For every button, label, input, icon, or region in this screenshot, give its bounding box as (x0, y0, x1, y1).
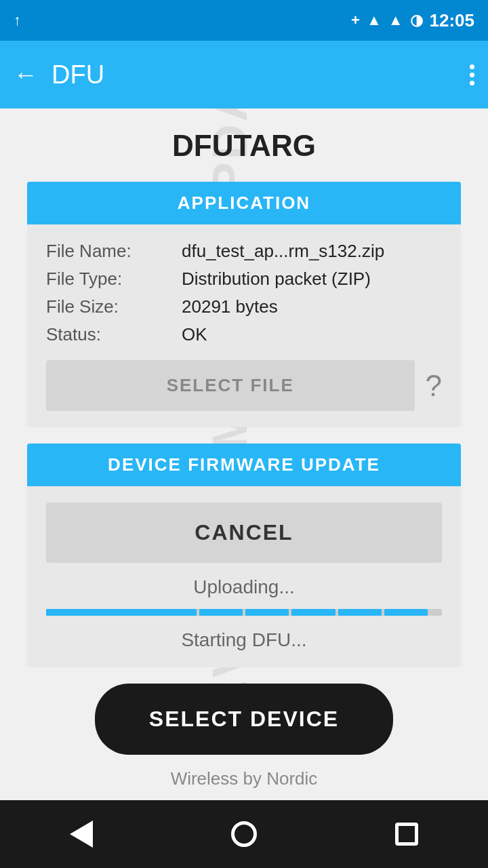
application-card-header: APPLICATION (27, 182, 461, 224)
file-name-label: File Name: (46, 241, 182, 262)
dfu-card-header: DEVICE FIRMWARE UPDATE (27, 443, 461, 486)
battery-icon: ◑ (410, 12, 423, 29)
select-file-button[interactable]: SELECT FILE (46, 360, 415, 411)
menu-dot-2 (470, 73, 474, 77)
file-type-row: File Type: Distribution packet (ZIP) (46, 269, 442, 290)
recents-square-icon (395, 823, 418, 846)
file-size-value: 20291 bytes (182, 296, 278, 317)
progress-seg-4 (291, 609, 335, 616)
status-value: OK (182, 324, 207, 345)
back-button[interactable]: ← (14, 60, 38, 89)
home-circle-icon (231, 821, 257, 847)
cancel-button[interactable]: CANCEL (46, 502, 442, 563)
time-display: 12:05 (430, 10, 475, 31)
progress-segments (46, 609, 442, 616)
nav-back-button[interactable] (54, 807, 108, 861)
back-arrow-icon: ← (14, 60, 38, 89)
starting-dfu-text: Starting DFU... (46, 629, 442, 651)
status-bar: ↑ + ▲ ▲ ◑ 12:05 (0, 0, 488, 41)
dfu-header-text: DEVICE FIRMWARE UPDATE (108, 454, 380, 475)
progress-seg-3 (245, 609, 289, 616)
progress-seg-6 (384, 609, 428, 616)
progress-bar (46, 609, 442, 616)
signal-icon: ▲ (367, 12, 382, 29)
main-content: DEVICE FIRMWARE UPDATE DFUTARG APPLICATI… (0, 108, 488, 800)
overflow-menu-button[interactable] (470, 64, 474, 85)
select-file-row: SELECT FILE ? (46, 360, 442, 411)
application-card-body: File Name: dfu_test_ap...rm_s132.zip Fil… (27, 224, 461, 427)
file-name-value: dfu_test_ap...rm_s132.zip (182, 241, 384, 262)
bottom-nav (0, 800, 488, 868)
footer-text: Wireless by Nordic (27, 768, 461, 789)
status-label: Status: (46, 324, 182, 345)
app-title: DFU (52, 60, 470, 90)
menu-dot-1 (470, 64, 474, 69)
back-triangle-icon (70, 821, 93, 848)
menu-dot-3 (470, 81, 474, 85)
application-header-text: APPLICATION (178, 193, 310, 213)
status-bar-left: ↑ (14, 12, 21, 29)
nav-recents-button[interactable] (380, 807, 434, 861)
bluetooth-icon: + (351, 12, 360, 29)
file-size-label: File Size: (46, 296, 182, 317)
file-type-label: File Type: (46, 269, 182, 290)
status-bar-right: + ▲ ▲ ◑ 12:05 (351, 10, 474, 31)
app-bar: ← DFU (0, 41, 488, 108)
signal2-icon: ▲ (388, 12, 403, 29)
application-card: APPLICATION File Name: dfu_test_ap...rm_… (27, 182, 461, 427)
dfu-card-body: CANCEL Uploading... Starting DFU... (27, 486, 461, 667)
file-size-row: File Size: 20291 bytes (46, 296, 442, 317)
progress-seg-1 (46, 609, 197, 616)
select-device-button[interactable]: SELECT DEVICE (95, 684, 393, 755)
uploading-text: Uploading... (46, 576, 442, 598)
upload-icon: ↑ (14, 12, 21, 29)
help-icon[interactable]: ? (426, 369, 442, 403)
progress-seg-5 (338, 609, 382, 616)
progress-seg-2 (199, 609, 243, 616)
dfu-card: DEVICE FIRMWARE UPDATE CANCEL Uploading.… (27, 443, 461, 667)
status-row: Status: OK (46, 324, 442, 345)
file-type-value: Distribution packet (ZIP) (182, 269, 371, 290)
nav-home-button[interactable] (217, 807, 271, 861)
file-name-row: File Name: dfu_test_ap...rm_s132.zip (46, 241, 442, 262)
page-title: DFUTARG (27, 129, 461, 163)
